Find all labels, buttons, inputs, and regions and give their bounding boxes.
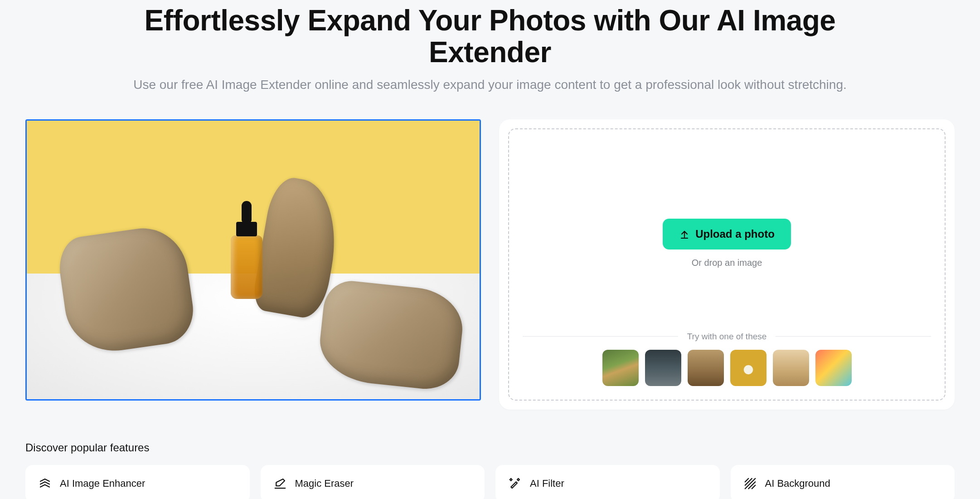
feature-ai-filter[interactable]: AI Filter: [495, 465, 720, 499]
preview-image: [27, 121, 480, 399]
feature-magic-eraser[interactable]: Magic Eraser: [261, 465, 485, 499]
feature-label: AI Filter: [530, 478, 564, 489]
page-title: Effortlessly Expand Your Photos with Our…: [127, 5, 853, 68]
feature-ai-image-enhancer[interactable]: AI Image Enhancer: [25, 465, 250, 499]
sample-thumb[interactable]: [688, 350, 724, 386]
sample-thumb[interactable]: [602, 350, 639, 386]
feature-label: Magic Eraser: [295, 478, 354, 489]
crop-handle-bottom-right[interactable]: [469, 389, 481, 401]
sample-thumb[interactable]: [645, 350, 681, 386]
samples-heading: Try with one of these: [687, 332, 767, 342]
upload-card: Upload a photo Or drop an image Try with…: [499, 119, 955, 410]
background-icon: [743, 477, 757, 490]
sample-row: [523, 350, 931, 386]
upload-button[interactable]: Upload a photo: [663, 219, 791, 250]
crop-handle-top-right[interactable]: [469, 119, 481, 131]
enhancer-icon: [38, 477, 52, 490]
feature-label: AI Image Enhancer: [60, 478, 145, 489]
preview-frame[interactable]: [25, 119, 481, 401]
upload-button-label: Upload a photo: [695, 228, 775, 240]
filter-icon: [508, 477, 522, 490]
sample-thumb[interactable]: [730, 350, 767, 386]
features-heading: Discover popular features: [25, 441, 955, 454]
dropzone[interactable]: Upload a photo Or drop an image Try with…: [508, 128, 946, 401]
crop-handle-mid-left[interactable]: [25, 251, 32, 269]
crop-handle-mid-right[interactable]: [475, 251, 481, 269]
eraser-icon: [273, 477, 287, 490]
sample-thumb[interactable]: [773, 350, 809, 386]
page-subtitle: Use our free AI Image Extender online an…: [82, 78, 898, 92]
feature-ai-background[interactable]: AI Background: [731, 465, 955, 499]
feature-label: AI Background: [765, 478, 830, 489]
sample-thumb[interactable]: [815, 350, 852, 386]
drop-hint: Or drop an image: [692, 258, 762, 268]
crop-handle-bottom-left[interactable]: [25, 389, 37, 401]
upload-icon: [679, 229, 690, 240]
crop-handle-top-left[interactable]: [25, 119, 37, 131]
